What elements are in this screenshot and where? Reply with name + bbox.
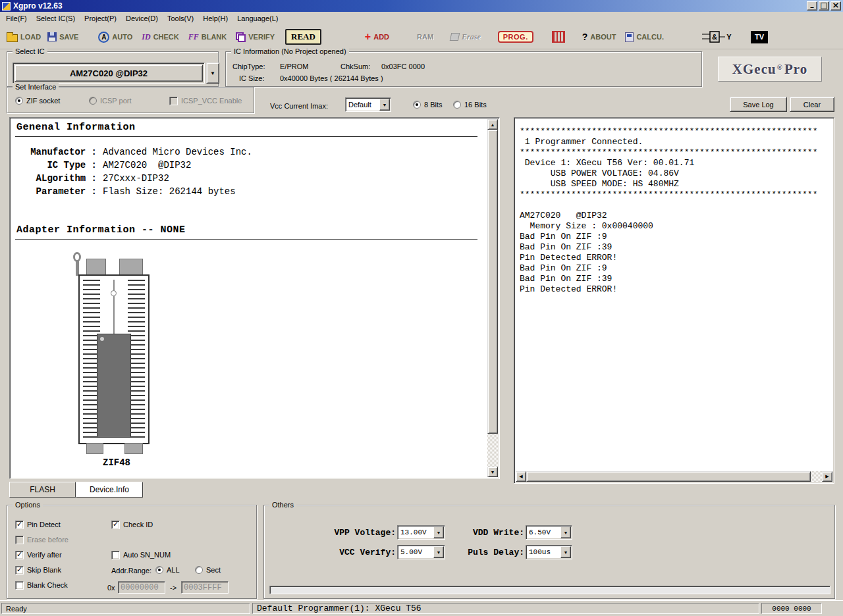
vcc-verify-select[interactable]: 5.00V xyxy=(397,545,445,559)
chevron-down-icon[interactable] xyxy=(433,546,444,558)
eraser-icon xyxy=(450,33,460,41)
minimize-button[interactable] xyxy=(807,1,817,11)
auto-sn-checkbox[interactable]: Auto SN_NUM xyxy=(111,550,171,559)
scrollbar-thumb[interactable] xyxy=(487,130,498,434)
about-button[interactable]: ? ABOUT xyxy=(582,32,616,42)
program-button[interactable]: PROG. xyxy=(498,31,533,43)
ram-button-disabled: RAM xyxy=(417,33,433,41)
socket-body xyxy=(78,274,150,444)
about-label: ABOUT xyxy=(590,33,616,41)
vdd-write-select[interactable]: 6.50V xyxy=(526,525,572,540)
tv-mode-button[interactable]: TV xyxy=(751,31,768,43)
socket-flange xyxy=(86,259,106,276)
blank-check-button[interactable]: FF BLANK xyxy=(188,32,227,42)
verify-label: VERIFY xyxy=(248,33,275,41)
auto-button[interactable]: A AUTO xyxy=(98,32,132,43)
check-id-button[interactable]: ID CHECK xyxy=(142,32,178,42)
verify-button[interactable]: VERIFY xyxy=(236,32,275,42)
selected-ic-display[interactable]: AM27C020 @DIP32 xyxy=(13,63,205,84)
logo-pro: Pro xyxy=(784,61,807,78)
zif48-socket-drawing xyxy=(73,252,160,456)
clear-button[interactable]: Clear xyxy=(790,97,834,112)
bits8-radio[interactable]: 8 Bits xyxy=(413,100,443,109)
addr-to-input[interactable] xyxy=(181,581,229,594)
log-line xyxy=(520,200,829,211)
puls-delay-select[interactable]: 100us xyxy=(526,545,572,559)
addr-from-input[interactable] xyxy=(118,581,165,594)
add-label: ADD xyxy=(373,33,389,41)
blank-check-checkbox[interactable]: Blank Check xyxy=(15,580,68,590)
tab-flash-label: FLASH xyxy=(30,485,55,494)
chevron-down-icon[interactable] xyxy=(379,99,390,111)
info-row-ic-type: IC Type : AM27C020 @DIP32 xyxy=(16,160,191,170)
menu-language[interactable]: Language(L) xyxy=(232,13,283,24)
scroll-left-icon[interactable] xyxy=(516,471,526,482)
calculator-button[interactable]: CALCU. xyxy=(625,32,664,42)
info-value: Flash Size: 262144 bytes xyxy=(103,186,236,197)
scroll-right-icon[interactable] xyxy=(822,471,832,482)
addr-sect-radio[interactable]: Sect xyxy=(195,565,221,575)
scroll-down-icon[interactable] xyxy=(487,467,498,477)
tab-flash[interactable]: FLASH xyxy=(9,482,76,498)
tab-device-info[interactable]: Device.Info xyxy=(76,482,143,498)
save-log-button[interactable]: Save Log xyxy=(730,97,787,112)
log-line: Pin Detected ERROR! xyxy=(520,253,829,263)
addr-all-label: ALL xyxy=(167,566,180,574)
socket-lever-stem xyxy=(76,261,79,276)
save-button[interactable]: SAVE xyxy=(47,32,78,41)
chip-test-button[interactable] xyxy=(552,31,565,43)
load-button[interactable]: LOAD xyxy=(7,32,41,42)
menu-select-ic[interactable]: Select IC(S) xyxy=(32,13,80,24)
menu-project[interactable]: Project(P) xyxy=(80,13,121,24)
xgecu-pro-logo: XGecu®Pro xyxy=(718,57,822,82)
pin-detect-checkbox[interactable]: Pin Detect xyxy=(15,520,61,529)
chip-id-icon: ID xyxy=(142,32,150,42)
select-ic-dropdown-button[interactable]: ▼ xyxy=(206,63,219,84)
chevron-down-icon: ▼ xyxy=(210,70,215,76)
maximize-button[interactable] xyxy=(819,1,829,11)
menu-file[interactable]: File(F) xyxy=(1,13,32,24)
menu-device[interactable]: Device(D) xyxy=(121,13,163,24)
log-line: 1 Programmer Connected. xyxy=(520,137,829,147)
radio-circle xyxy=(15,97,23,105)
verify-after-checkbox[interactable]: Verify after xyxy=(15,550,62,559)
zif-socket-label: ZIF socket xyxy=(26,97,60,105)
scroll-up-icon[interactable] xyxy=(487,119,498,130)
zif-socket-radio[interactable]: ZIF socket xyxy=(15,96,60,105)
addr-range-label: Addr.Range: xyxy=(111,567,151,575)
info-label: IC Type : xyxy=(16,160,97,170)
vpp-voltage-select[interactable]: 13.00V xyxy=(397,525,445,540)
vcc-imax-select[interactable]: Default xyxy=(345,97,391,112)
vertical-scrollbar[interactable] xyxy=(487,119,498,477)
log-line: Pin Detected ERROR! xyxy=(520,284,829,295)
addr-all-radio[interactable]: ALL xyxy=(155,565,180,575)
load-label: LOAD xyxy=(20,33,41,41)
skip-blank-checkbox[interactable]: Skip Blank xyxy=(15,565,61,575)
chevron-down-icon[interactable] xyxy=(433,526,444,538)
status-hex-text: 0000 0000 xyxy=(772,605,811,613)
chevron-down-icon[interactable] xyxy=(560,546,571,558)
icsize-label: IC Size: xyxy=(239,74,265,82)
puls-delay-value: 100us xyxy=(526,546,560,559)
menu-help[interactable]: Help(H) xyxy=(198,13,232,24)
close-button[interactable] xyxy=(830,1,841,11)
check-id-checkbox[interactable]: Check ID xyxy=(111,520,153,529)
bits16-radio[interactable]: 16 Bits xyxy=(453,100,487,109)
erase-label: Erase xyxy=(462,32,481,42)
checkbox-box xyxy=(15,581,24,590)
add-button[interactable]: + ADD xyxy=(365,33,389,41)
registered-mark: ® xyxy=(777,63,783,71)
svg-text:&: & xyxy=(712,33,717,41)
calcu-label: CALCU. xyxy=(636,33,664,41)
info-label: Manufactor : xyxy=(16,147,97,157)
menubar: File(F) Select IC(S) Project(P) Device(D… xyxy=(0,12,843,25)
horizontal-scrollbar[interactable] xyxy=(516,471,832,482)
scrollbar-thumb[interactable] xyxy=(526,471,811,482)
vcc-imax-label: Vcc Current Imax: xyxy=(270,102,328,110)
logic-test-button[interactable]: & Y xyxy=(702,30,732,43)
read-button[interactable]: READ xyxy=(285,29,321,45)
radio-circle xyxy=(155,566,163,574)
rule xyxy=(15,136,477,137)
chevron-down-icon[interactable] xyxy=(560,526,571,538)
menu-tools[interactable]: Tools(V) xyxy=(163,13,198,24)
